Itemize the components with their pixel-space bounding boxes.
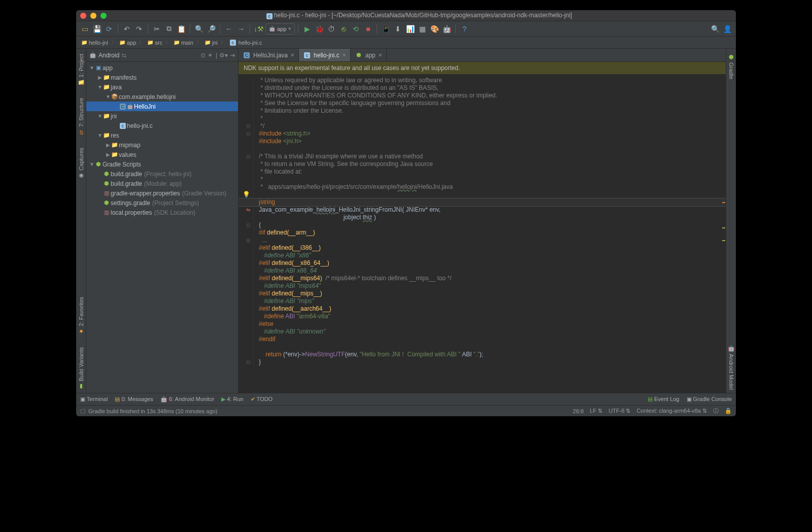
android-monitor-tool-tab[interactable]: 🤖 6: Android Monitor: [160, 396, 214, 403]
traffic-lights: [80, 13, 107, 19]
build-variants-tool-tab[interactable]: ▮Build Variants: [78, 344, 85, 393]
close-icon[interactable]: ✕: [378, 52, 382, 58]
sdk-button[interactable]: ⬇: [392, 23, 403, 35]
run-config-selector[interactable]: 🤖app▾: [265, 23, 295, 35]
todo-tool-tab[interactable]: ✔ TODO: [251, 396, 273, 403]
rerun-button[interactable]: ⟲: [350, 23, 361, 35]
run-tool-tab[interactable]: ▶ 4: Run: [221, 396, 243, 403]
caret-position[interactable]: 26:8: [573, 408, 584, 414]
ide-window: chello-jni.c - hello-jni - [~/Desktop/No…: [76, 10, 736, 416]
terminal-tool-tab[interactable]: ▣ Terminal: [80, 396, 108, 403]
copy-button[interactable]: ⧉: [163, 23, 175, 35]
hide-button[interactable]: ⇥: [230, 52, 235, 59]
forward-button[interactable]: →: [235, 23, 247, 35]
android-tool-button[interactable]: 🤖: [441, 23, 452, 35]
messages-tool-tab[interactable]: ▤ 0: Messages: [115, 396, 153, 403]
expand-button[interactable]: ✶: [208, 52, 213, 59]
open-button[interactable]: ▭: [79, 23, 90, 35]
redo-button[interactable]: ↷: [133, 23, 145, 35]
view-selector[interactable]: Android: [98, 52, 119, 59]
search-everywhere-button[interactable]: 🔍: [709, 23, 721, 35]
paste-button[interactable]: 📋: [176, 23, 187, 35]
close-icon[interactable]: ✕: [342, 52, 346, 58]
tree-node-app[interactable]: ▼▣app: [86, 63, 238, 73]
folder-icon: 📁: [103, 113, 111, 119]
tree-node-hello-jni-c[interactable]: chello-jni.c: [86, 121, 238, 130]
context-selector[interactable]: Context: clang-arm64-v8a ⇅: [636, 408, 707, 414]
tool-window-toggle-icon[interactable]: ▢: [80, 408, 85, 414]
project-tool-tab[interactable]: 📁1: Project: [77, 51, 85, 89]
breadcrumb-item[interactable]: chello-jni.c: [228, 40, 263, 46]
find-button[interactable]: 🔍: [193, 23, 205, 35]
gradle-tool-tab[interactable]: ⬢Gradle: [728, 51, 735, 82]
properties-icon: ▥: [103, 209, 111, 216]
back-button[interactable]: ←: [223, 23, 234, 35]
folder-icon: 📁: [119, 40, 125, 45]
tree-node-package[interactable]: ▼📦com.example.hellojni: [86, 92, 238, 102]
editor-tab-hello-jni-c[interactable]: chello-jni.c✕: [299, 49, 351, 61]
lock-icon[interactable]: 🔒: [725, 408, 732, 414]
stop-button[interactable]: ■: [362, 23, 374, 35]
run-button[interactable]: ▶: [301, 23, 313, 35]
undo-button[interactable]: ↶: [121, 23, 132, 35]
gradle-icon: ⬢: [103, 171, 111, 177]
folder-icon: 📁: [111, 151, 119, 158]
breadcrumb-item[interactable]: 📁src: [146, 40, 163, 46]
tree-node-settings-gradle[interactable]: ⬢settings.gradle(Project Settings): [86, 198, 238, 208]
tree-node-gradle-wrapper[interactable]: ▥gradle-wrapper.properties(Gradle Versio…: [86, 188, 238, 198]
code-editor[interactable]: * Unless required by applicable law or a…: [239, 75, 726, 393]
tree-node-hellojni-class[interactable]: C🤖HelloJni: [86, 102, 238, 111]
tree-node-res[interactable]: ▼📁res: [86, 130, 238, 140]
close-window-button[interactable]: [80, 13, 86, 19]
minimize-window-button[interactable]: [90, 13, 96, 19]
settings-gear-icon[interactable]: ⚙▾: [219, 52, 228, 59]
project-tree[interactable]: ▼▣app ▶📁manifests ▼📁java ▼📦com.example.h…: [86, 62, 238, 393]
captures-tool-tab[interactable]: ◉Captures: [78, 145, 85, 182]
tree-node-build-gradle-project[interactable]: ⬢build.gradle(Project: hello-jni): [86, 169, 238, 179]
intention-bulb-icon[interactable]: 💡: [243, 191, 250, 198]
structure-tool-tab[interactable]: ⇅7: Structure: [78, 95, 85, 139]
file-encoding[interactable]: UTF-8 ⇅: [608, 408, 630, 414]
favorites-tool-tab[interactable]: ★2: Favorites: [78, 294, 85, 338]
user-button[interactable]: 👤: [722, 23, 733, 35]
tree-node-gradle-scripts[interactable]: ▼⬢Gradle Scripts: [86, 159, 238, 169]
gradle-console-tool-tab[interactable]: ▣ Gradle Console: [687, 396, 732, 403]
profile-button[interactable]: ⏱: [326, 23, 337, 35]
theme-button[interactable]: 🎨: [429, 23, 440, 35]
breadcrumb-item[interactable]: 📁hello-jni: [80, 40, 109, 46]
make-button[interactable]: ↓⚒: [253, 23, 264, 35]
cut-button[interactable]: ✂: [151, 23, 162, 35]
save-button[interactable]: 💾: [91, 23, 103, 35]
editor-tab-app-gradle[interactable]: ⬢app✕: [351, 49, 387, 61]
tree-node-local-properties[interactable]: ▥local.properties(SDK Location): [86, 208, 238, 217]
folder-icon: 📁: [103, 132, 111, 139]
avd-button[interactable]: 📱: [380, 23, 391, 35]
tree-node-manifests[interactable]: ▶📁manifests: [86, 73, 238, 82]
collapse-all-button[interactable]: ⊙: [200, 52, 206, 59]
tree-node-build-gradle-module[interactable]: ⬢build.gradle(Module: app): [86, 179, 238, 188]
breadcrumb-item[interactable]: 📁app: [118, 40, 137, 46]
tree-node-mipmap[interactable]: ▶📁mipmap: [86, 140, 238, 150]
monitor-button[interactable]: 📊: [404, 23, 416, 35]
close-icon[interactable]: ✕: [290, 52, 294, 58]
inspection-indicator-icon[interactable]: ⓘ: [713, 407, 719, 415]
replace-button[interactable]: 🔎: [206, 23, 217, 35]
editor-tab-hellojni-java[interactable]: CHelloJni.java✕: [239, 49, 299, 61]
tree-node-jni[interactable]: ▼📁jni: [86, 111, 238, 121]
debug-button[interactable]: 🐞: [314, 23, 325, 35]
tree-node-java[interactable]: ▼📁java: [86, 82, 238, 92]
help-button[interactable]: ?: [459, 23, 470, 35]
event-log-tool-tab[interactable]: ▤ Event Log: [648, 396, 680, 403]
layout-button[interactable]: ▦: [417, 23, 428, 35]
line-separator[interactable]: LF ⇅: [590, 408, 602, 414]
breadcrumb-item[interactable]: 📁jni: [204, 40, 219, 46]
maximize-window-button[interactable]: [100, 13, 107, 19]
breadcrumb-item[interactable]: 📁main: [173, 40, 194, 46]
tree-node-values[interactable]: ▶📁values: [86, 150, 238, 159]
error-stripe[interactable]: [721, 75, 726, 393]
android-model-tool-tab[interactable]: 🤖Android Model: [727, 342, 735, 393]
attach-button[interactable]: ⎋: [338, 23, 349, 35]
sync-button[interactable]: ⟳: [104, 23, 115, 35]
folder-icon: 📁: [81, 40, 87, 45]
editor-tabs: CHelloJni.java✕ chello-jni.c✕ ⬢app✕: [239, 49, 726, 62]
